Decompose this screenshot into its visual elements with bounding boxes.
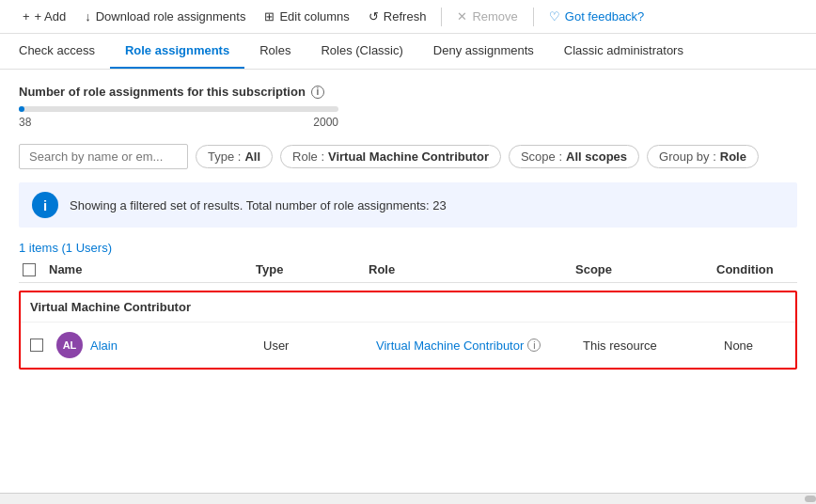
- add-button[interactable]: + + Add: [15, 6, 73, 27]
- info-banner: i Showing a filtered set of results. Tot…: [19, 182, 797, 228]
- toolbar: + + Add ↓ Download role assignments ⊞ Ed…: [0, 0, 816, 34]
- download-icon: ↓: [85, 9, 91, 24]
- row-checkbox[interactable]: [30, 339, 43, 352]
- edit-columns-button[interactable]: ⊞ Edit columns: [257, 6, 356, 27]
- add-icon: +: [23, 9, 30, 24]
- header-checkbox[interactable]: [23, 263, 36, 276]
- progress-bar-container: [19, 106, 338, 112]
- tab-deny-assignments[interactable]: Deny assignments: [418, 34, 549, 69]
- col-header-name: Name: [49, 262, 256, 276]
- row-role-cell: Virtual Machine Contributor i: [376, 339, 583, 353]
- progress-labels: 38 2000: [19, 116, 338, 129]
- user-name-cell: AL Alain: [56, 332, 263, 358]
- col-header-condition: Condition: [716, 262, 810, 276]
- tab-role-assignments[interactable]: Role assignments: [110, 34, 244, 69]
- info-banner-icon: i: [32, 192, 58, 218]
- table-row: AL Alain User Virtual Machine Contributo…: [21, 323, 795, 368]
- search-input[interactable]: [19, 144, 188, 169]
- main-content: Number of role assignments for this subs…: [0, 70, 816, 385]
- tab-roles-classic[interactable]: Roles (Classic): [306, 34, 417, 69]
- tab-bar: Check access Role assignments Roles Role…: [0, 34, 816, 70]
- role-group-header: Virtual Machine Contributor: [21, 292, 795, 323]
- type-filter[interactable]: Type : All: [196, 145, 273, 168]
- col-header-scope: Scope: [575, 262, 716, 276]
- user-link[interactable]: Alain: [90, 339, 118, 353]
- items-count: 1 items (1 Users): [19, 241, 797, 255]
- table-header: Name Type Role Scope Condition: [19, 262, 797, 283]
- subscription-title: Number of role assignments for this subs…: [19, 85, 797, 99]
- feedback-icon: ♡: [549, 9, 560, 24]
- role-info-icon[interactable]: i: [527, 339, 541, 352]
- groupby-filter[interactable]: Group by : Role: [647, 145, 759, 168]
- tab-check-access[interactable]: Check access: [15, 34, 110, 69]
- edit-columns-icon: ⊞: [264, 9, 275, 24]
- separator-2: [533, 8, 534, 26]
- info-banner-text: Showing a filtered set of results. Total…: [70, 198, 447, 213]
- progress-bar-fill: [19, 106, 24, 112]
- tab-classic-admins[interactable]: Classic administrators: [549, 34, 698, 69]
- refresh-icon: ↺: [369, 9, 379, 24]
- col-header-type: Type: [256, 262, 369, 276]
- separator-1: [441, 8, 442, 26]
- remove-icon: ✕: [457, 9, 467, 24]
- row-scope: This resource: [583, 339, 724, 353]
- row-type: User: [263, 339, 376, 353]
- row-checkbox-cell: [30, 339, 56, 352]
- scrollbar[interactable]: [0, 493, 816, 504]
- role-link[interactable]: Virtual Machine Contributor i: [376, 339, 583, 353]
- scope-filter[interactable]: Scope : All scopes: [509, 145, 639, 168]
- feedback-button[interactable]: ♡ Got feedback?: [541, 6, 652, 27]
- row-condition: None: [724, 339, 816, 353]
- avatar: AL: [56, 332, 83, 358]
- scrollbar-thumb[interactable]: [805, 496, 816, 502]
- download-button[interactable]: ↓ Download role assignments: [77, 6, 253, 27]
- subscription-info-icon[interactable]: i: [311, 86, 324, 99]
- role-group: Virtual Machine Contributor AL Alain Use…: [19, 291, 797, 370]
- role-filter[interactable]: Role : Virtual Machine Contributor: [280, 145, 501, 168]
- header-checkbox-cell: [23, 263, 49, 276]
- filters-bar: Type : All Role : Virtual Machine Contri…: [19, 144, 797, 169]
- refresh-button[interactable]: ↺ Refresh: [361, 6, 434, 27]
- tab-roles[interactable]: Roles: [244, 34, 306, 69]
- remove-button[interactable]: ✕ Remove: [449, 6, 525, 27]
- col-header-role: Role: [369, 262, 575, 276]
